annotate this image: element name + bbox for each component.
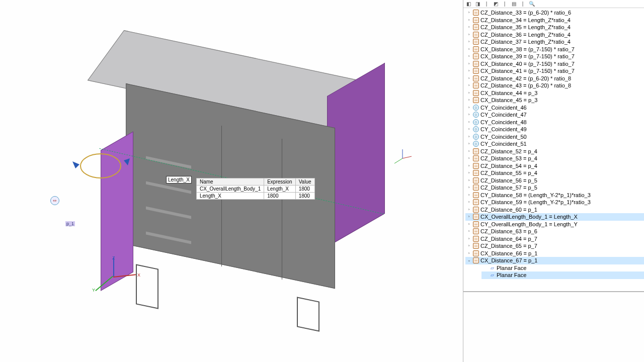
expand-caret-icon[interactable] [466, 112, 471, 117]
expand-caret-icon[interactable] [466, 141, 471, 146]
tree-node[interactable]: ↔CZ_Distance_64 = p_7 [465, 235, 644, 243]
tooltip-cell: 1800 [295, 186, 314, 193]
tree-child-node[interactable]: ▱Planar Face [481, 272, 644, 279]
tree-node[interactable]: ↔CZ_Distance_65 = p_7 [465, 242, 644, 250]
tree-node[interactable]: ↔CZ_Distance_36 = Length_Z*ratio_4 [465, 31, 644, 39]
expand-caret-icon[interactable] [466, 105, 471, 110]
tree-node[interactable]: ↔CZ_Distance_42 = (p_6-20) * ratio_8 [465, 75, 644, 82]
tree-node[interactable]: ○CY_Coincident_50 [465, 133, 644, 141]
tree-node[interactable]: ○CY_Coincident_51 [465, 140, 644, 148]
tree-node[interactable]: ↔CX_Distance_38 = (p_7-150) * ratio_7 [465, 46, 644, 53]
tree-icon-d[interactable]: ▤ [511, 1, 517, 7]
expand-caret-icon[interactable] [466, 200, 471, 205]
expand-caret-icon[interactable] [466, 61, 471, 66]
tree-node[interactable]: ↔CY_Distance_59 = (Length_Y-2*p_1)*ratio… [465, 199, 644, 206]
tree-node[interactable]: ↔CZ_Distance_34 = Length_Z*ratio_4 [465, 17, 644, 24]
expand-caret-icon[interactable] [466, 214, 471, 219]
tree-node[interactable]: ○CY_Coincident_48 [465, 119, 644, 126]
tree-node-label: CY_Distance_58 = (Length_Y-2*p_1)*ratio_… [480, 192, 591, 199]
expand-caret-icon[interactable] [466, 90, 471, 96]
tree-node-label: CX_Distance_67 = p_1 [480, 257, 537, 264]
tree-node[interactable]: ↔CZ_Distance_56 = p_5 [465, 177, 644, 185]
expand-caret-icon[interactable] [466, 236, 471, 241]
expand-caret-icon[interactable] [466, 170, 471, 175]
tree-node-label: CZ_Distance_65 = p_7 [480, 242, 537, 250]
expand-caret-icon[interactable] [466, 207, 471, 212]
expand-caret-icon[interactable] [466, 98, 471, 103]
expand-caret-icon[interactable] [466, 25, 471, 30]
expand-caret-icon[interactable] [466, 251, 471, 256]
expand-caret-icon[interactable] [466, 163, 471, 168]
tree-node[interactable]: ↔CZ_Distance_52 = p_4 [465, 148, 644, 155]
tree-node[interactable]: ↔CZ_Distance_63 = p_6 [465, 228, 644, 235]
tree-node[interactable]: ↔CX_OverallLength_Body_1 = Length_X [465, 213, 644, 221]
expand-caret-icon[interactable] [466, 47, 471, 52]
binoculars-icon[interactable]: 🔍 [529, 1, 535, 7]
tree-node[interactable]: ↔CZ_Distance_53 = p_4 [465, 155, 644, 162]
tree-icon-c[interactable]: ◩ [493, 1, 499, 7]
expand-caret-icon[interactable] [466, 120, 471, 125]
expand-caret-icon[interactable] [466, 258, 471, 263]
expand-caret-icon[interactable] [466, 18, 471, 23]
tree-node[interactable]: ↔CX_Distance_39 = (p_7-150) * ratio_7 [465, 53, 644, 60]
tree-node[interactable]: ↔CX_Distance_44 = p_3 [465, 89, 644, 97]
expand-caret-icon[interactable] [466, 54, 471, 59]
dimension-icon: ↔ [473, 53, 479, 59]
expand-caret-icon[interactable] [466, 185, 471, 190]
expand-caret-icon[interactable] [482, 273, 488, 278]
tree-node[interactable]: ↔CZ_Distance_43 = (p_6-20) * ratio_8 [465, 82, 644, 89]
tree-node[interactable]: ↔CX_Distance_41 = (p_7-150) * ratio_7 [465, 67, 644, 75]
tree-node[interactable]: ↔CZ_Distance_60 = p_1 [465, 206, 644, 214]
expand-caret-icon[interactable] [466, 222, 471, 227]
dimension-icon: ↔ [473, 177, 479, 184]
expand-caret-icon[interactable] [466, 134, 471, 139]
tree-node[interactable]: ↔CX_Distance_45 = p_3 [465, 97, 644, 104]
expand-caret-icon[interactable] [466, 156, 471, 161]
tree-node[interactable]: ↔CZ_Distance_37 = Length_Z*ratio_4 [465, 38, 644, 46]
dimension-icon: ↔ [473, 170, 479, 176]
expand-caret-icon[interactable] [466, 178, 471, 183]
feature-tree: ↔CZ_Distance_33 = (p_6-20) * ratio_6↔CZ_… [463, 8, 644, 280]
tree-toolbar: ◧ ◨ | ◩ | ▤ | 🔍 [463, 0, 644, 8]
expand-caret-icon[interactable] [466, 193, 471, 198]
tree-node-label: CY_Coincident_48 [480, 119, 527, 126]
tree-node[interactable]: ↔CY_OverallLength_Body_1 = Length_Y [465, 221, 644, 228]
expand-caret-icon[interactable] [466, 76, 471, 81]
tree-node[interactable]: ↔CY_Distance_58 = (Length_Y-2*p_1)*ratio… [465, 192, 644, 199]
p1-tag: p_1 [65, 221, 75, 226]
tree-node[interactable]: ↔CX_Distance_40 = (p_7-150) * ratio_7 [465, 60, 644, 68]
expand-caret-icon[interactable] [466, 39, 471, 44]
expand-caret-icon[interactable] [466, 127, 471, 132]
tree-icon-a[interactable]: ◧ [465, 1, 471, 7]
tree-node[interactable]: ↔CZ_Distance_54 = p_4 [465, 162, 644, 170]
expand-caret-icon[interactable] [466, 10, 471, 15]
expand-caret-icon[interactable] [466, 243, 471, 248]
expand-caret-icon[interactable] [466, 149, 471, 154]
tree-child-node[interactable]: ▱Planar Face [481, 264, 644, 272]
viewport-3d[interactable]: ⇔ p_1 Length_X Name Expression Value CX_… [0, 0, 463, 362]
tree-node[interactable]: ↔CZ_Distance_57 = p_5 [465, 184, 644, 192]
constraint-poi-badge[interactable]: ⇔ [50, 196, 59, 205]
dimension-icon: ↔ [473, 61, 479, 67]
orbit-gizmo[interactable] [65, 143, 136, 199]
tree-node[interactable]: ↔CX_Distance_66 = p_1 [465, 250, 644, 257]
tree-node[interactable]: ↔CZ_Distance_35 = Length_Z*ratio_4 [465, 24, 644, 31]
expand-caret-icon[interactable] [482, 265, 488, 270]
tree-node-label: CX_Distance_41 = (p_7-150) * ratio_7 [480, 67, 575, 75]
tree-node[interactable]: ○CY_Coincident_49 [465, 126, 644, 133]
dimension-label[interactable]: Length_X [166, 176, 192, 184]
model-face-right[interactable] [327, 63, 385, 247]
expand-caret-icon[interactable] [466, 83, 471, 88]
expand-caret-icon[interactable] [466, 68, 471, 73]
tree-node[interactable]: ○CY_Coincident_46 [465, 104, 644, 112]
expand-caret-icon[interactable] [466, 32, 471, 37]
tree-node[interactable]: ↔CX_Distance_67 = p_1 [465, 257, 644, 264]
expand-caret-icon[interactable] [466, 229, 471, 234]
tree-node[interactable]: ↔CZ_Distance_33 = (p_6-20) * ratio_6 [465, 9, 644, 17]
tree-node-label: CX_Distance_39 = (p_7-150) * ratio_7 [480, 53, 575, 60]
tree-node[interactable]: ↔CZ_Distance_55 = p_4 [465, 169, 644, 177]
tree-icon-b[interactable]: ◨ [474, 1, 480, 7]
feature-tree-scroll[interactable]: ↔CZ_Distance_33 = (p_6-20) * ratio_6↔CZ_… [463, 8, 644, 292]
coincident-icon: ○ [473, 134, 479, 140]
tree-node[interactable]: ○CY_Coincident_47 [465, 111, 644, 119]
